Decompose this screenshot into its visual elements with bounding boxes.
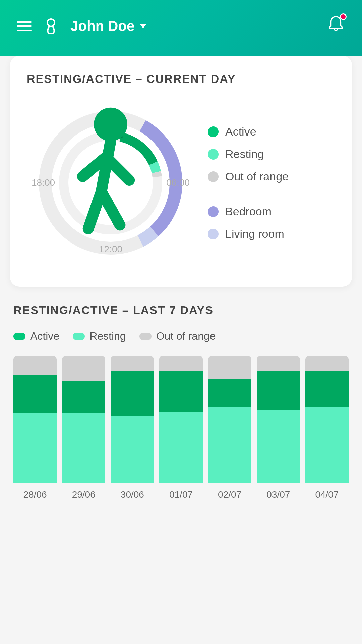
current-day-title: RESTING/ACTIVE – CURRENT DAY bbox=[27, 72, 335, 86]
bar-segment-active bbox=[305, 371, 349, 407]
current-day-card: RESTING/ACTIVE – CURRENT DAY 00:00 06:00… bbox=[10, 56, 352, 287]
bar-legend-active: Active bbox=[13, 330, 59, 342]
bar-legend: Active Resting Out of range bbox=[13, 330, 349, 342]
legend-dot-resting bbox=[208, 149, 219, 160]
bar-segment-out-of-range bbox=[208, 356, 251, 379]
bars-container: 28/0629/0630/0601/0702/0703/0704/07 bbox=[13, 359, 349, 500]
last-7-days-title: RESTING/ACTIVE – LAST 7 DAYS bbox=[13, 304, 349, 317]
user-name-display[interactable]: John Doe bbox=[70, 18, 146, 34]
legend-label-out-of-range: Out of range bbox=[225, 170, 289, 183]
bar-group-02/07: 02/07 bbox=[208, 356, 251, 500]
notification-button[interactable] bbox=[327, 15, 345, 33]
legend-dot-bedroom bbox=[208, 206, 219, 217]
legend-dot-out-of-range bbox=[208, 171, 219, 182]
bar-legend-label-resting: Resting bbox=[89, 330, 126, 342]
legend-item-active: Active bbox=[208, 125, 335, 138]
bar-segment-active bbox=[62, 381, 105, 413]
bar-segment-resting bbox=[62, 413, 105, 483]
bar-segment-out-of-range bbox=[305, 356, 349, 371]
app-logo bbox=[42, 17, 60, 36]
bar-group-30/06: 30/06 bbox=[111, 356, 154, 500]
bar-segment-out-of-range bbox=[62, 356, 105, 381]
legend-label-resting: Resting bbox=[225, 148, 264, 161]
bar-segment-active bbox=[208, 379, 251, 407]
main-content: RESTING/ACTIVE – CURRENT DAY 00:00 06:00… bbox=[0, 56, 362, 520]
bar-legend-dot-out-of-range bbox=[139, 333, 152, 340]
legend-item-resting: Resting bbox=[208, 148, 335, 161]
menu-button[interactable] bbox=[17, 21, 32, 31]
bar-segment-resting bbox=[13, 413, 57, 483]
bar-legend-dot-resting bbox=[73, 333, 85, 340]
walking-person-icon bbox=[27, 98, 194, 267]
bar-segment-resting bbox=[159, 412, 202, 483]
bar-date-label: 30/06 bbox=[121, 489, 144, 500]
svg-point-0 bbox=[47, 19, 55, 26]
bar-segment-resting bbox=[257, 410, 300, 483]
bar-segment-out-of-range bbox=[111, 356, 154, 371]
bar-legend-label-active: Active bbox=[30, 330, 59, 342]
legend-item-living-room: Living room bbox=[208, 227, 335, 240]
bar-date-label: 03/07 bbox=[266, 489, 290, 500]
bar-group-28/06: 28/06 bbox=[13, 356, 57, 500]
user-name-text: John Doe bbox=[70, 18, 134, 34]
bar-segment-resting bbox=[305, 407, 349, 483]
bar-legend-out-of-range: Out of range bbox=[139, 330, 216, 342]
bar-segment-active bbox=[257, 371, 300, 410]
legend-label-living-room: Living room bbox=[225, 227, 284, 240]
bar-segment-resting bbox=[208, 407, 251, 483]
bar-segment-active bbox=[13, 375, 57, 413]
chart-legend: Active Resting Out of range Bedroom bbox=[208, 125, 335, 240]
bar-segment-out-of-range bbox=[159, 356, 202, 371]
bar-date-label: 28/06 bbox=[23, 489, 47, 500]
legend-divider bbox=[208, 194, 335, 194]
bar-legend-dot-active bbox=[13, 333, 25, 340]
legend-dot-active bbox=[208, 126, 219, 137]
bar-group-04/07: 04/07 bbox=[305, 356, 349, 500]
bar-date-label: 04/07 bbox=[315, 489, 339, 500]
header: John Doe bbox=[0, 0, 362, 56]
bar-group-29/06: 29/06 bbox=[62, 356, 105, 500]
bar-segment-resting bbox=[111, 416, 154, 483]
legend-label-bedroom: Bedroom bbox=[225, 205, 272, 218]
bar-date-label: 29/06 bbox=[72, 489, 96, 500]
legend-dot-living-room bbox=[208, 229, 219, 239]
bar-date-label: 02/07 bbox=[218, 489, 241, 500]
legend-item-bedroom: Bedroom bbox=[208, 205, 335, 218]
bar-legend-label-out-of-range: Out of range bbox=[156, 330, 216, 342]
chevron-down-icon bbox=[140, 24, 146, 28]
legend-item-out-of-range: Out of range bbox=[208, 170, 335, 183]
bar-legend-resting: Resting bbox=[73, 330, 126, 342]
bar-segment-active bbox=[111, 371, 154, 416]
last-7-days-section: RESTING/ACTIVE – LAST 7 DAYS Active Rest… bbox=[10, 304, 352, 500]
donut-chart: 00:00 06:00 12:00 18:00 bbox=[27, 99, 194, 267]
bar-group-01/07: 01/07 bbox=[159, 356, 202, 500]
bar-segment-active bbox=[159, 371, 202, 412]
chart-section: 00:00 06:00 12:00 18:00 bbox=[27, 99, 335, 267]
legend-label-active: Active bbox=[225, 125, 256, 138]
bar-date-label: 01/07 bbox=[169, 489, 193, 500]
bar-segment-out-of-range bbox=[257, 356, 300, 371]
bar-group-03/07: 03/07 bbox=[257, 356, 300, 500]
bar-segment-out-of-range bbox=[13, 356, 57, 375]
notification-badge bbox=[340, 13, 347, 20]
